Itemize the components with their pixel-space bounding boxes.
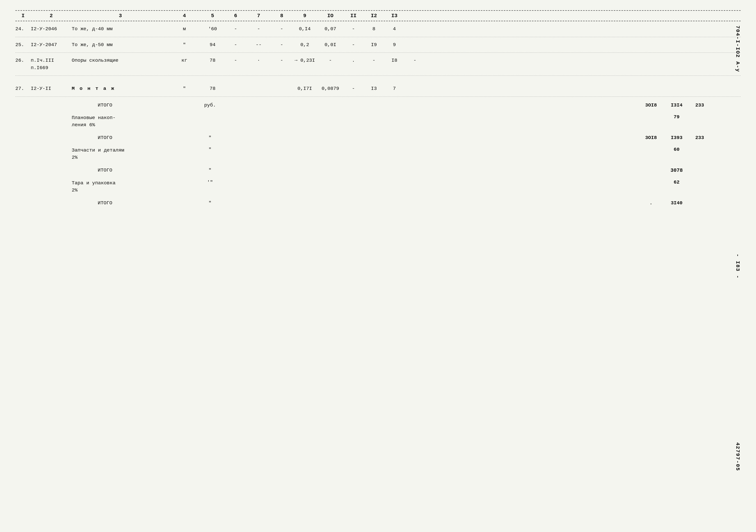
sv-c13-planovye: 79: [664, 114, 689, 120]
cell-c8-25: -: [271, 41, 292, 49]
cell-c11-25: -: [343, 41, 364, 49]
side-label-right: 704-I-IO2 A-y: [735, 26, 741, 72]
cell-c7-24: -: [246, 25, 271, 33]
summary-unit-itogo3: ": [195, 168, 225, 173]
sv-c12-itogo4: .: [638, 200, 664, 206]
summary-label-tara: Тара и упаковка 2%: [15, 179, 195, 194]
data-row-27: 27. I2-У-II М о н т а ж " 78 0,I7I 0,087…: [15, 81, 741, 97]
cell-unit-24: м: [169, 25, 200, 33]
montazh-label: М о н т а ж: [72, 86, 115, 92]
cell-desc-27: М о н т а ж: [72, 85, 169, 93]
col-header-9: 9: [292, 13, 317, 19]
sv-c14-itogo1: 233: [689, 102, 710, 108]
summary-unit-itogo1: руб.: [195, 102, 225, 108]
summary-label-itogo4: ИТОГО: [15, 200, 195, 206]
sv-c13-itogo4: 3I40: [664, 200, 689, 206]
summary-label-itogo1: ИТОГО: [15, 102, 195, 108]
summary-label-zapchasti: Запчасти и деталям 2%: [15, 147, 195, 161]
col-header-1: I: [15, 13, 31, 19]
side-label-bottom: 42797-05: [735, 442, 741, 471]
cell-num-27: 27.: [15, 85, 31, 93]
data-row-26: 26. п.Iч.III п.I669 Опоры скользящие кг …: [15, 53, 741, 76]
cell-unit-26: кг: [169, 57, 200, 64]
cell-c12-27: I3: [364, 85, 384, 93]
sv-c13-itogo2: I393: [664, 135, 689, 141]
cell-c10-25: 0,0I: [317, 41, 343, 49]
sv-c13-tara: 62: [664, 179, 689, 185]
col-header-8: 8: [271, 13, 292, 19]
cell-c9-27: 0,I7I: [292, 85, 317, 93]
col-header-10: IO: [317, 13, 343, 19]
cell-c10-24: 0,07: [317, 25, 343, 33]
summary-label-itogo2: ИТОГО: [15, 135, 195, 141]
cell-c9-24: 0,I4: [292, 25, 317, 33]
sv-c12-itogo3: [638, 168, 664, 173]
cell-c13-24: 4: [384, 25, 405, 33]
cell-c12-25: I9: [364, 41, 384, 49]
col-header-6: 6: [225, 13, 246, 19]
cell-desc-24: То же, д-40 мм: [72, 25, 169, 33]
data-row-24: 24. I2-У-2046 То же, д-40 мм м '60 - - -…: [15, 21, 741, 37]
col-header-11: II: [343, 13, 364, 19]
col-header-12: I2: [364, 13, 384, 19]
cell-c10-26: -: [317, 57, 343, 64]
cell-c7-26: ·: [246, 57, 271, 64]
summary-row-tara: Тара и упаковка 2% '" 62: [15, 176, 741, 197]
cell-c13-25: 9: [384, 41, 405, 49]
col-header-2: 2: [31, 13, 72, 19]
col-header-5: 5: [200, 13, 225, 19]
sv-c14-itogo3: [689, 168, 710, 173]
summary-label-planovye: Плановые накоп- ления 6%: [15, 114, 195, 129]
summary-row-itogo4: ИТОГО " . 3I40: [15, 197, 741, 209]
summary-row-planovye: Плановые накоп- ления 6% 79: [15, 111, 741, 132]
sv-c14-itogo2: 233: [689, 135, 710, 141]
cell-desc-25: То же, д-50 мм: [72, 41, 169, 49]
cell-c13-27: 7: [384, 85, 405, 93]
cell-c6-26: -: [225, 57, 246, 64]
col-header-7: 7: [246, 13, 271, 19]
cell-c6-25: -: [225, 41, 246, 49]
cell-code-26: п.Iч.III п.I669: [31, 57, 72, 71]
data-row-25: 25. I2-У-2047 То же, д-50 мм " 94 - -- -…: [15, 37, 741, 53]
label-bottom: 42797-05: [735, 442, 741, 471]
col-header-4: 4: [169, 13, 200, 19]
page-container: 704-I-IO2 A-y - I83 - 42797-05 I 2 3 4 5…: [15, 10, 741, 522]
cell-num-24: 24.: [15, 25, 31, 33]
summary-unit-tara: '": [195, 179, 225, 185]
cell-c5-27: 78: [200, 85, 225, 93]
side-label-middle: - I83 -: [735, 254, 741, 279]
cell-c12-24: 8: [364, 25, 384, 33]
cell-code-25: I2-У-2047: [31, 41, 72, 49]
sv-c12-itogo1: 3OI8: [638, 102, 664, 108]
cell-c5-25: 94: [200, 41, 225, 49]
sv-c12-itogo2: 3OI8: [638, 135, 664, 141]
cell-c13-26: I8: [384, 57, 405, 64]
summary-unit-itogo2: ": [195, 135, 225, 141]
cell-c12-26: -: [364, 57, 384, 64]
label-top: 704-I-IO2 A-y: [735, 26, 741, 72]
cell-num-26: 26.: [15, 57, 31, 64]
cell-unit-25: ": [169, 41, 200, 49]
sv-c13-itogo1: I3I4: [664, 102, 689, 108]
sv-c13-zapchasti: 60: [664, 147, 689, 152]
sv-c14-itogo4: [689, 200, 710, 206]
summary-section: ИТОГО руб. 3OI8 I3I4 233 Плановые накоп-…: [15, 99, 741, 209]
cell-num-25: 25.: [15, 41, 31, 49]
cell-c8-24: -: [271, 25, 292, 33]
cell-unit-27: ": [169, 85, 200, 93]
cell-c11-26: .: [343, 57, 364, 64]
col-header-3: 3: [72, 13, 169, 19]
header-row: I 2 3 4 5 6 7 8 9 IO II I2 I3: [15, 11, 741, 21]
cell-c7-25: --: [246, 41, 271, 49]
cell-c10-27: 0,0879: [317, 85, 343, 93]
cell-c9-26: → 0,23I: [292, 57, 317, 64]
cell-c5-26: 78: [200, 57, 225, 64]
summary-row-itogo1: ИТОГО руб. 3OI8 I3I4 233: [15, 99, 741, 111]
cell-c14-26: -: [405, 57, 425, 64]
summary-row-itogo2: ИТОГО " 3OI8 I393 233: [15, 132, 741, 144]
cell-code-27: I2-У-II: [31, 85, 72, 93]
cell-c11-27: -: [343, 85, 364, 93]
summary-unit-zapchasti: ": [195, 147, 225, 152]
summary-unit-itogo4: ": [195, 200, 225, 206]
cell-c6-24: -: [225, 25, 246, 33]
